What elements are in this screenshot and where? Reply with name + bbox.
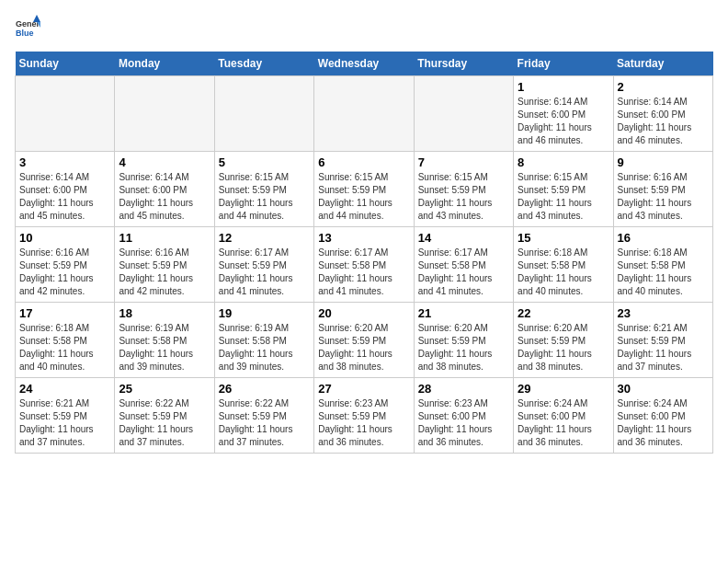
calendar-cell: 21Sunrise: 6:20 AM Sunset: 5:59 PM Dayli… xyxy=(414,303,513,378)
calendar-cell: 11Sunrise: 6:16 AM Sunset: 5:59 PM Dayli… xyxy=(115,227,214,303)
calendar-cell: 3Sunrise: 6:14 AM Sunset: 6:00 PM Daylig… xyxy=(16,152,115,227)
day-number: 10 xyxy=(19,231,110,245)
day-number: 24 xyxy=(19,382,110,396)
calendar-cell: 29Sunrise: 6:24 AM Sunset: 6:00 PM Dayli… xyxy=(514,378,613,454)
day-number: 5 xyxy=(219,155,310,169)
calendar-cell: 23Sunrise: 6:21 AM Sunset: 5:59 PM Dayli… xyxy=(613,303,712,378)
calendar-cell: 30Sunrise: 6:24 AM Sunset: 6:00 PM Dayli… xyxy=(613,378,712,454)
day-number: 25 xyxy=(119,382,210,396)
day-info: Sunrise: 6:14 AM Sunset: 6:00 PM Dayligh… xyxy=(618,96,709,147)
day-info: Sunrise: 6:23 AM Sunset: 6:00 PM Dayligh… xyxy=(418,397,509,449)
day-info: Sunrise: 6:17 AM Sunset: 5:58 PM Dayligh… xyxy=(418,247,509,298)
logo-icon: General Blue xyxy=(15,15,40,40)
calendar-cell: 1Sunrise: 6:14 AM Sunset: 6:00 PM Daylig… xyxy=(514,76,613,152)
calendar-cell: 25Sunrise: 6:22 AM Sunset: 5:59 PM Dayli… xyxy=(115,378,214,454)
calendar-cell: 20Sunrise: 6:20 AM Sunset: 5:59 PM Dayli… xyxy=(314,303,414,378)
day-info: Sunrise: 6:20 AM Sunset: 5:59 PM Dayligh… xyxy=(318,322,409,373)
column-header-tuesday: Tuesday xyxy=(214,52,313,76)
day-number: 2 xyxy=(618,80,709,94)
day-number: 9 xyxy=(618,155,709,169)
calendar-cell: 6Sunrise: 6:15 AM Sunset: 5:59 PM Daylig… xyxy=(314,152,414,227)
calendar-header-row: SundayMondayTuesdayWednesdayThursdayFrid… xyxy=(16,52,713,76)
calendar-cell: 8Sunrise: 6:15 AM Sunset: 5:59 PM Daylig… xyxy=(514,152,613,227)
day-info: Sunrise: 6:16 AM Sunset: 5:59 PM Dayligh… xyxy=(618,171,709,223)
day-number: 30 xyxy=(618,382,709,396)
day-info: Sunrise: 6:20 AM Sunset: 5:59 PM Dayligh… xyxy=(418,322,509,373)
day-number: 27 xyxy=(318,382,409,396)
day-info: Sunrise: 6:14 AM Sunset: 6:00 PM Dayligh… xyxy=(19,171,110,223)
calendar-week-1: 1Sunrise: 6:14 AM Sunset: 6:00 PM Daylig… xyxy=(16,76,713,152)
svg-text:Blue: Blue xyxy=(16,29,34,38)
calendar-cell: 24Sunrise: 6:21 AM Sunset: 5:59 PM Dayli… xyxy=(16,378,115,454)
calendar-cell: 18Sunrise: 6:19 AM Sunset: 5:58 PM Dayli… xyxy=(115,303,214,378)
calendar-cell: 5Sunrise: 6:15 AM Sunset: 5:59 PM Daylig… xyxy=(214,152,313,227)
day-info: Sunrise: 6:18 AM Sunset: 5:58 PM Dayligh… xyxy=(19,322,110,373)
calendar-cell: 4Sunrise: 6:14 AM Sunset: 6:00 PM Daylig… xyxy=(115,152,214,227)
calendar-cell: 14Sunrise: 6:17 AM Sunset: 5:58 PM Dayli… xyxy=(414,227,513,303)
column-header-saturday: Saturday xyxy=(613,52,712,76)
day-number: 28 xyxy=(418,382,509,396)
calendar-cell: 15Sunrise: 6:18 AM Sunset: 5:58 PM Dayli… xyxy=(514,227,613,303)
day-number: 20 xyxy=(318,306,409,320)
calendar-cell: 26Sunrise: 6:22 AM Sunset: 5:59 PM Dayli… xyxy=(214,378,313,454)
day-number: 8 xyxy=(518,155,609,169)
day-info: Sunrise: 6:21 AM Sunset: 5:59 PM Dayligh… xyxy=(19,397,110,449)
calendar-cell: 13Sunrise: 6:17 AM Sunset: 5:58 PM Dayli… xyxy=(314,227,414,303)
day-info: Sunrise: 6:15 AM Sunset: 5:59 PM Dayligh… xyxy=(219,171,310,223)
column-header-wednesday: Wednesday xyxy=(314,52,414,76)
calendar-cell: 17Sunrise: 6:18 AM Sunset: 5:58 PM Dayli… xyxy=(16,303,115,378)
calendar-cell: 10Sunrise: 6:16 AM Sunset: 5:59 PM Dayli… xyxy=(16,227,115,303)
calendar-week-3: 10Sunrise: 6:16 AM Sunset: 5:59 PM Dayli… xyxy=(16,227,713,303)
calendar-cell: 2Sunrise: 6:14 AM Sunset: 6:00 PM Daylig… xyxy=(613,76,712,152)
calendar-week-5: 24Sunrise: 6:21 AM Sunset: 5:59 PM Dayli… xyxy=(16,378,713,454)
day-info: Sunrise: 6:18 AM Sunset: 5:58 PM Dayligh… xyxy=(618,247,709,298)
day-number: 18 xyxy=(119,306,210,320)
calendar-cell xyxy=(314,76,414,152)
calendar-cell: 9Sunrise: 6:16 AM Sunset: 5:59 PM Daylig… xyxy=(613,152,712,227)
calendar-cell: 28Sunrise: 6:23 AM Sunset: 6:00 PM Dayli… xyxy=(414,378,513,454)
column-header-sunday: Sunday xyxy=(16,52,115,76)
page-header: General Blue xyxy=(15,15,713,40)
day-number: 17 xyxy=(19,306,110,320)
day-info: Sunrise: 6:19 AM Sunset: 5:58 PM Dayligh… xyxy=(119,322,210,373)
day-number: 12 xyxy=(219,231,310,245)
day-number: 11 xyxy=(119,231,210,245)
day-info: Sunrise: 6:18 AM Sunset: 5:58 PM Dayligh… xyxy=(518,247,609,298)
calendar-cell: 19Sunrise: 6:19 AM Sunset: 5:58 PM Dayli… xyxy=(214,303,313,378)
calendar-cell: 7Sunrise: 6:15 AM Sunset: 5:59 PM Daylig… xyxy=(414,152,513,227)
day-info: Sunrise: 6:14 AM Sunset: 6:00 PM Dayligh… xyxy=(119,171,210,223)
day-info: Sunrise: 6:19 AM Sunset: 5:58 PM Dayligh… xyxy=(219,322,310,373)
day-number: 22 xyxy=(518,306,609,320)
day-info: Sunrise: 6:23 AM Sunset: 5:59 PM Dayligh… xyxy=(318,397,409,449)
day-info: Sunrise: 6:17 AM Sunset: 5:58 PM Dayligh… xyxy=(318,247,409,298)
day-number: 19 xyxy=(219,306,310,320)
day-info: Sunrise: 6:15 AM Sunset: 5:59 PM Dayligh… xyxy=(318,171,409,223)
day-number: 7 xyxy=(418,155,509,169)
day-info: Sunrise: 6:21 AM Sunset: 5:59 PM Dayligh… xyxy=(618,322,709,373)
column-header-thursday: Thursday xyxy=(414,52,513,76)
calendar-week-4: 17Sunrise: 6:18 AM Sunset: 5:58 PM Dayli… xyxy=(16,303,713,378)
day-number: 14 xyxy=(418,231,509,245)
day-info: Sunrise: 6:17 AM Sunset: 5:59 PM Dayligh… xyxy=(219,247,310,298)
day-info: Sunrise: 6:24 AM Sunset: 6:00 PM Dayligh… xyxy=(618,397,709,449)
day-number: 23 xyxy=(618,306,709,320)
day-info: Sunrise: 6:22 AM Sunset: 5:59 PM Dayligh… xyxy=(119,397,210,449)
day-number: 4 xyxy=(119,155,210,169)
calendar-table: SundayMondayTuesdayWednesdayThursdayFrid… xyxy=(15,52,713,454)
calendar-cell xyxy=(214,76,313,152)
day-number: 21 xyxy=(418,306,509,320)
day-info: Sunrise: 6:20 AM Sunset: 5:59 PM Dayligh… xyxy=(518,322,609,373)
day-number: 6 xyxy=(318,155,409,169)
day-number: 3 xyxy=(19,155,110,169)
day-number: 26 xyxy=(219,382,310,396)
logo: General Blue xyxy=(15,15,44,40)
day-number: 15 xyxy=(518,231,609,245)
day-number: 16 xyxy=(618,231,709,245)
day-number: 1 xyxy=(518,80,609,94)
column-header-monday: Monday xyxy=(115,52,214,76)
calendar-cell xyxy=(16,76,115,152)
day-info: Sunrise: 6:22 AM Sunset: 5:59 PM Dayligh… xyxy=(219,397,310,449)
day-info: Sunrise: 6:16 AM Sunset: 5:59 PM Dayligh… xyxy=(119,247,210,298)
calendar-cell: 22Sunrise: 6:20 AM Sunset: 5:59 PM Dayli… xyxy=(514,303,613,378)
calendar-week-2: 3Sunrise: 6:14 AM Sunset: 6:00 PM Daylig… xyxy=(16,152,713,227)
